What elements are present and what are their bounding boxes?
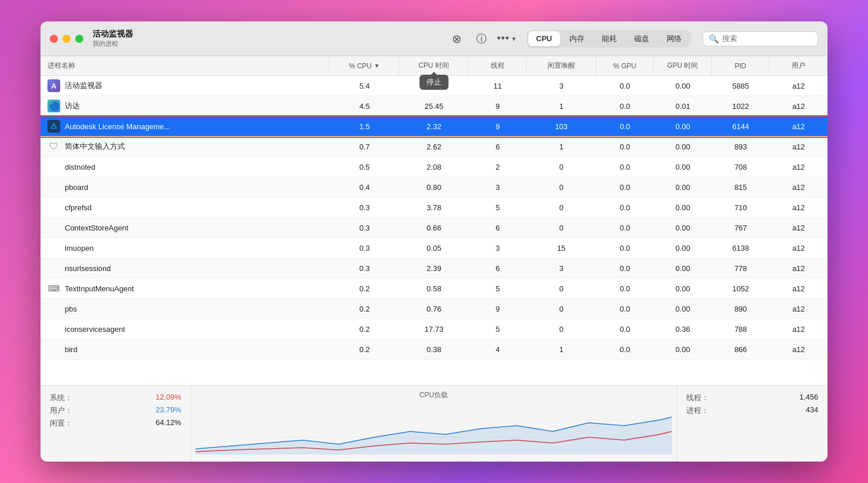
td-gpu-pct: 0.0	[596, 177, 654, 197]
processes-value: 434	[806, 405, 818, 416]
stop-button[interactable]: ⊗	[448, 30, 466, 47]
th-process-name[interactable]: 进程名称	[41, 56, 330, 75]
td-cpu-pct: 1.5	[330, 116, 399, 136]
td-cpu-pct: 0.3	[330, 218, 399, 237]
td-user: a12	[770, 258, 827, 278]
process-icon: 🔵	[47, 100, 60, 112]
td-name: ContextStoreAgent	[41, 218, 330, 237]
td-idle-wake: 103	[527, 116, 596, 136]
td-gpu-time: 0.00	[654, 218, 712, 237]
cpu-chart	[196, 402, 672, 455]
td-gpu-pct: 0.0	[596, 258, 654, 278]
td-cpu-pct: 0.2	[330, 319, 399, 339]
td-cpu-time: 0.66	[399, 218, 469, 237]
user-label: 用户：	[50, 405, 72, 416]
td-name: lmuopen	[41, 238, 330, 258]
th-user[interactable]: 用户	[770, 56, 827, 75]
td-pid: 1052	[712, 279, 770, 298]
th-idle-wake[interactable]: 闲置唤醒	[527, 56, 596, 75]
td-pid: 767	[712, 218, 770, 237]
tab-cpu[interactable]: CPU	[528, 31, 560, 46]
idle-label: 闲置：	[50, 418, 72, 429]
sys-label: 系统：	[50, 393, 72, 403]
td-cpu-time: 3.78	[399, 197, 469, 217]
td-threads: 5	[469, 279, 527, 298]
td-user: a12	[770, 339, 827, 359]
td-cpu-time: 2.62	[399, 137, 469, 156]
sort-arrow-icon: ▼	[374, 63, 380, 69]
user-value: 23.79%	[156, 405, 181, 416]
td-pid: 6138	[712, 238, 770, 258]
tab-memory[interactable]: 内存	[561, 31, 593, 46]
td-user: a12	[770, 279, 827, 298]
table-row[interactable]: pboard 0.4 0.80 3 0 0.0 0.00 815 a12	[41, 177, 827, 197]
table-row[interactable]: 🛡 简体中文输入方式 0.7 2.62 6 1 0.0 0.00 893 a12	[41, 137, 827, 157]
threads-label: 线程：	[686, 393, 709, 403]
td-user: a12	[770, 157, 827, 177]
th-gpu-pct[interactable]: % GPU	[596, 56, 654, 75]
th-threads[interactable]: 线程	[469, 56, 527, 75]
td-name: bird	[41, 339, 330, 359]
td-user: a12	[770, 177, 827, 197]
close-button[interactable]	[50, 35, 58, 43]
td-name: pbs	[41, 299, 330, 319]
td-gpu-time: 0.00	[654, 116, 712, 136]
table-row[interactable]: nsurlsessiond 0.3 2.39 6 3 0.0 0.00 778 …	[41, 258, 827, 279]
td-idle-wake: 0	[527, 279, 596, 298]
more-button[interactable]: ••• ▾	[497, 32, 516, 45]
td-cpu-pct: 0.3	[330, 197, 399, 217]
td-cpu-time: 0.05	[399, 238, 469, 258]
processes-label: 进程：	[686, 405, 709, 416]
tab-energy[interactable]: 能耗	[594, 31, 625, 46]
user-stat-row: 用户： 23.79%	[50, 405, 181, 416]
svg-marker-4	[196, 417, 672, 455]
table-row[interactable]: lmuopen 0.3 0.05 3 15 0.0 0.00 6138 a12	[41, 238, 827, 258]
table-row[interactable]: distnoted 0.5 2.08 2 0 0.0 0.00 708 a12	[41, 157, 827, 177]
process-icon: ⌨	[47, 282, 60, 295]
titlebar: 活动监视器 我的进程 ⊗ ⓘ ••• ▾ CPU 内存 能耗 磁盘 网络 🔍	[41, 21, 827, 56]
tab-group: CPU 内存 能耗 磁盘 网络	[527, 30, 691, 47]
footer-info: 线程： 1,456 进程： 434	[677, 386, 827, 462]
th-pid[interactable]: PID	[712, 56, 770, 75]
process-icon	[47, 302, 60, 315]
minimize-button[interactable]	[62, 35, 71, 43]
td-gpu-time: 0.00	[654, 299, 712, 319]
toolbar-center: ⊗ ⓘ ••• ▾	[448, 30, 516, 47]
table-row[interactable]: pbs 0.2 0.76 9 0 0.0 0.00 890 a12	[41, 299, 827, 319]
tab-disk[interactable]: 磁盘	[626, 31, 657, 46]
th-cpu-time[interactable]: CPU 时间 停止	[399, 56, 469, 75]
process-icon	[47, 160, 60, 173]
td-threads: 5	[469, 319, 527, 339]
search-input[interactable]	[722, 34, 812, 43]
td-cpu-time: 0.38	[399, 339, 469, 359]
td-threads: 9	[469, 299, 527, 319]
table-row[interactable]: A 活动监视器 5.4 2.86 11 3 0.0 0.00 5885 a12	[41, 76, 827, 96]
td-cpu-time: 17.73	[399, 319, 469, 339]
tab-network[interactable]: 网络	[659, 31, 690, 46]
td-gpu-time: 0.00	[654, 177, 712, 197]
th-gpu-time[interactable]: GPU 时间	[654, 56, 712, 75]
table-row[interactable]: ⌨ TextInputMenuAgent 0.2 0.58 5 0 0.0 0.…	[41, 279, 827, 299]
chart-title: CPU负载	[420, 390, 448, 400]
td-cpu-pct: 0.4	[330, 177, 399, 197]
td-name: distnoted	[41, 157, 330, 177]
processes-stat-row: 进程： 434	[686, 405, 818, 416]
more-icon: •••	[497, 32, 510, 45]
table-row[interactable]: ContextStoreAgent 0.3 0.66 6 0 0.0 0.00 …	[41, 218, 827, 238]
threads-stat-row: 线程： 1,456	[686, 393, 818, 403]
td-name: A 活动监视器	[41, 76, 330, 96]
info-button[interactable]: ⓘ	[473, 30, 490, 47]
td-cpu-time: 0.80	[399, 177, 469, 197]
table-row[interactable]: iconservicesagent 0.2 17.73 5 0 0.0 0.36…	[41, 319, 827, 339]
table-row[interactable]: bird 0.2 0.38 4 1 0.0 0.00 866 a12	[41, 339, 827, 360]
td-user: a12	[770, 76, 827, 96]
td-cpu-pct: 0.2	[330, 339, 399, 359]
table-row[interactable]: 🔵 访达 4.5 25.45 9 1 0.0 0.01 1022 a12	[41, 96, 827, 116]
td-idle-wake: 0	[527, 157, 596, 177]
table-row[interactable]: cfprefsd 0.3 3.78 5 0 0.0 0.00 710 a12	[41, 197, 827, 218]
td-gpu-pct: 0.0	[596, 319, 654, 339]
table-row[interactable]: Autodesk License Manageme... 1.5 2.32 9 …	[41, 116, 827, 137]
maximize-button[interactable]	[75, 35, 83, 43]
td-cpu-pct: 0.3	[330, 238, 399, 258]
th-cpu-pct[interactable]: % CPU ▼	[330, 56, 399, 75]
